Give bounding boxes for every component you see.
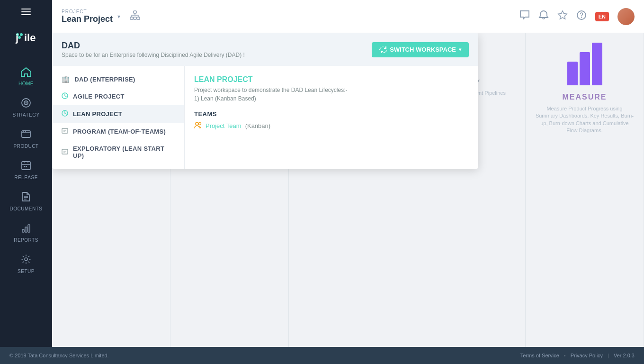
topbar-right: EN (519, 8, 635, 25)
project-name: Lean Project (62, 14, 113, 24)
svg-point-33 (199, 123, 201, 125)
project-list: 🏢 DAD (ENTERPRISE) AGILE PROJECT (52, 66, 185, 169)
sidebar-item-documents[interactable]: DOCUMENTS (0, 186, 52, 217)
project-list-item-program[interactable]: PROGRAM (TEAM-OF-TEAMS) (52, 123, 184, 140)
selected-project-desc: Project workspace to demonstrate the DAD… (194, 86, 469, 103)
project-label: PROJECT (62, 9, 113, 14)
sidebar: ile j HOME STRATEGY (0, 0, 52, 364)
svg-rect-11 (22, 162, 30, 170)
svg-rect-18 (134, 11, 136, 13)
svg-rect-21 (137, 17, 140, 19)
app-logo: ile j (0, 24, 52, 57)
project-chevron-icon[interactable]: ▾ (117, 13, 120, 20)
sidebar-item-reports-label: REPORTS (14, 237, 38, 243)
svg-rect-15 (25, 227, 27, 232)
switch-workspace-button[interactable]: SWITCH WORKSPACE ▾ (372, 42, 469, 57)
version-text: Ver 2.0.3 (614, 353, 635, 358)
terms-link[interactable]: Terms of Service (520, 353, 559, 358)
lean-project-label: LEAN PROJECT (73, 110, 122, 118)
footer-links: Terms of Service • Privacy Policy | Ver … (520, 353, 635, 358)
svg-point-9 (23, 131, 24, 132)
sidebar-item-release-label: RELEASE (14, 175, 38, 180)
reports-icon (21, 223, 31, 236)
dad-project-label: DAD (ENTERPRISE) (74, 76, 135, 83)
project-list-item-agile[interactable]: AGILE PROJECT (52, 88, 184, 105)
sidebar-item-home[interactable]: HOME (0, 62, 52, 92)
svg-rect-31 (62, 149, 68, 154)
team-item-project-team[interactable]: Project Team (Kanban) (194, 121, 469, 130)
language-badge[interactable]: EN (595, 12, 609, 21)
dad-project-icon: 🏢 (62, 75, 70, 83)
svg-rect-14 (22, 229, 24, 232)
lean-project-icon (62, 110, 68, 118)
selected-project-desc-line2: 1) Lean (Kanban Based) (194, 95, 256, 102)
switch-workspace-label: SWITCH WORKSPACE (390, 46, 456, 53)
selected-project-desc-line1: Project workspace to demonstrate the DAD… (194, 87, 347, 93)
dropdown-header: DAD Space to be for an Enterprise follow… (52, 33, 478, 66)
setup-icon (21, 254, 31, 267)
svg-rect-8 (22, 131, 30, 137)
footer-separator-1: • (564, 353, 566, 358)
home-icon (21, 67, 31, 79)
help-icon[interactable] (576, 10, 587, 23)
dropdown-header-info: DAD Space to be for an Enterprise follow… (62, 41, 245, 58)
sidebar-item-strategy[interactable]: STRATEGY (0, 92, 52, 123)
svg-rect-30 (62, 128, 68, 133)
project-details: LEAN PROJECT Project workspace to demons… (185, 66, 478, 169)
menu-icon[interactable] (0, 0, 52, 24)
svg-point-10 (25, 131, 26, 132)
team-type: (Kanban) (245, 122, 270, 129)
project-selector[interactable]: PROJECT Lean Project (62, 9, 113, 24)
svg-point-7 (26, 102, 27, 104)
program-project-icon (62, 127, 68, 136)
switch-chevron-icon: ▾ (459, 47, 461, 52)
product-icon (21, 129, 31, 142)
sidebar-item-strategy-label: STRATEGY (12, 112, 39, 118)
chat-icon[interactable] (519, 10, 530, 23)
svg-point-1 (20, 33, 23, 36)
sidebar-item-setup[interactable]: SETUP (0, 248, 52, 280)
footer: © 2019 Tata Consultancy Services Limited… (0, 347, 644, 364)
org-chart-icon[interactable] (130, 10, 140, 23)
selected-project-title: LEAN PROJECT (194, 75, 469, 84)
strategy-icon (21, 98, 31, 110)
svg-rect-19 (130, 17, 133, 19)
team-icon (194, 121, 202, 130)
sidebar-item-documents-label: DOCUMENTS (10, 206, 43, 211)
dropdown-body: 🏢 DAD (ENTERPRISE) AGILE PROJECT (52, 66, 478, 169)
release-icon (21, 160, 31, 173)
project-list-item-lean[interactable]: LEAN PROJECT (52, 105, 184, 123)
switch-icon (379, 46, 387, 54)
user-avatar[interactable] (617, 8, 635, 25)
exploratory-project-label: EXPLORATORY (LEAN START UP) (73, 145, 175, 159)
project-list-item-dad[interactable]: 🏢 DAD (ENTERPRISE) (52, 71, 184, 88)
footer-separator-2: | (608, 353, 609, 358)
project-list-item-exploratory[interactable]: EXPLORATORY (LEAN START UP) (52, 140, 184, 164)
svg-rect-16 (28, 225, 30, 232)
svg-point-22 (577, 11, 586, 19)
star-icon[interactable] (557, 10, 568, 23)
notification-icon[interactable] (538, 10, 549, 23)
sidebar-item-product-label: PRODUCT (14, 144, 39, 149)
sidebar-item-home-label: HOME (18, 81, 34, 86)
sidebar-item-reports[interactable]: REPORTS (0, 217, 52, 248)
workspace-dropdown: DAD Space to be for an Enterprise follow… (52, 33, 478, 169)
svg-rect-20 (134, 17, 136, 19)
svg-text:j: j (15, 32, 18, 44)
sidebar-item-product[interactable]: PRODUCT (0, 123, 52, 155)
program-project-label: PROGRAM (TEAM-OF-TEAMS) (73, 128, 166, 135)
exploratory-project-icon (62, 148, 68, 156)
sidebar-item-release[interactable]: RELEASE (0, 155, 52, 186)
svg-point-32 (196, 122, 198, 125)
privacy-link[interactable]: Privacy Policy (571, 353, 603, 358)
workspace-name: DAD (62, 41, 245, 51)
svg-text:ile: ile (24, 32, 36, 44)
agile-project-label: AGILE PROJECT (73, 93, 125, 100)
teams-label: TEAMS (194, 110, 469, 118)
copyright-text: © 2019 Tata Consultancy Services Limited… (9, 353, 109, 358)
svg-rect-13 (26, 166, 27, 167)
topbar: PROJECT Lean Project ▾ (52, 0, 644, 33)
sidebar-nav: HOME STRATEGY PRODUCT (0, 57, 52, 364)
svg-rect-12 (24, 166, 25, 167)
hamburger-icon (21, 9, 31, 15)
